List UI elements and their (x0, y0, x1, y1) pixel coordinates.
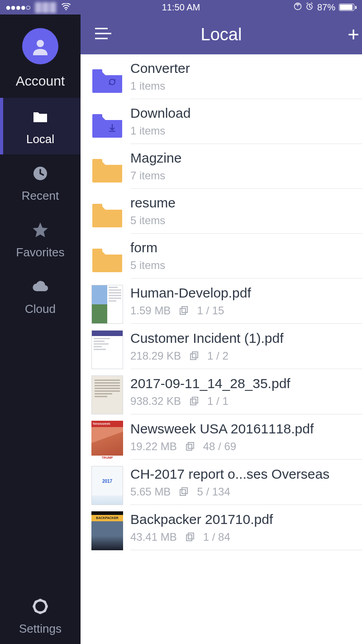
sidebar-item-label: Favorites (0, 245, 81, 260)
svg-point-3 (37, 40, 44, 47)
svg-rect-13 (186, 444, 192, 450)
file-row[interactable]: Customer Incident (1).pdf218.29 KB1 / 2 (81, 324, 362, 369)
file-row[interactable]: 2017-09-11_14_28_35.pdf938.32 KB1 / 1 (81, 369, 362, 414)
svg-point-0 (65, 9, 67, 10)
file-name: Backpacker 201710.pdf (130, 512, 358, 527)
pages-icon (189, 395, 199, 408)
folder-row[interactable]: resume5 items (81, 189, 362, 234)
sidebar-item-label: Recent (0, 189, 81, 203)
account-label: Account (0, 73, 81, 89)
status-time: 11:50 AM (162, 2, 200, 13)
sidebar-item-favorites[interactable]: Favorites (0, 211, 81, 268)
folder-subtitle: 5 items (130, 259, 358, 272)
file-thumbnail (91, 330, 123, 369)
folder-row[interactable]: form5 items (81, 234, 362, 279)
battery-icon (339, 4, 357, 11)
file-row[interactable]: NewsweekTRUMPNewsweek USA 20161118.pdf19… (81, 414, 362, 460)
file-size: 938.32 KB (130, 395, 181, 408)
menu-button[interactable] (94, 27, 112, 42)
battery-pct: 87% (317, 2, 335, 13)
folder-icon (91, 157, 123, 183)
file-pages: 1 / 1 (207, 395, 229, 408)
folder-row[interactable]: Magzine7 items (81, 144, 362, 189)
sidebar-account[interactable]: Account (0, 14, 81, 98)
folder-name: Magzine (130, 150, 358, 166)
svg-rect-9 (191, 354, 196, 360)
file-list[interactable]: Converter1 itemsDownload1 itemsMagzine7 … (81, 54, 362, 644)
file-name: 2017-09-11_14_28_35.pdf (130, 376, 358, 391)
svg-rect-11 (191, 399, 196, 405)
folder-name: resume (130, 195, 358, 211)
file-size: 43.41 MB (130, 531, 177, 543)
folder-row[interactable]: Converter1 items (81, 54, 362, 99)
file-size: 5.65 MB (130, 485, 171, 498)
svg-rect-10 (192, 352, 198, 358)
pages-icon (185, 440, 195, 453)
file-size: 1.59 MB (130, 304, 171, 317)
file-pages: 48 / 69 (203, 440, 236, 453)
pages-icon (179, 485, 189, 498)
sidebar-item-cloud[interactable]: Cloud (0, 268, 81, 324)
folder-name: Download (130, 106, 358, 121)
alarm-icon (305, 2, 314, 13)
pages-icon (185, 531, 195, 543)
sidebar-item-label: Local (0, 132, 81, 146)
file-row[interactable]: 2017CH-2017 report o...ses Overseas5.65 … (81, 460, 362, 505)
svg-rect-18 (188, 533, 194, 539)
file-pages: 1 / 15 (197, 304, 224, 317)
svg-point-6 (38, 604, 43, 609)
file-size: 218.29 KB (130, 350, 181, 362)
file-pages: 5 / 134 (197, 485, 230, 498)
folder-subtitle: 1 items (130, 125, 358, 137)
wifi-icon (62, 2, 71, 13)
gear-icon (31, 597, 49, 615)
pages-icon (189, 350, 199, 362)
file-row[interactable]: BACKPACKERBackpacker 201710.pdf43.41 MB1… (81, 505, 362, 550)
status-bar: ●●●●○ ███ 11:50 AM 87% (0, 0, 362, 14)
svg-rect-7 (180, 308, 186, 314)
file-thumbnail (91, 375, 123, 414)
file-name: Human-Develop.pdf (130, 285, 358, 301)
file-name: CH-2017 report o...ses Overseas (130, 466, 358, 482)
star-icon (31, 221, 49, 239)
carrier-blurred: ███ (35, 2, 57, 13)
file-name: Customer Incident (1).pdf (130, 331, 358, 346)
add-button[interactable]: + (348, 23, 359, 46)
folder-icon (91, 67, 123, 93)
pages-icon (179, 304, 189, 317)
rotation-lock-icon (294, 2, 302, 13)
folder-name: Converter (130, 61, 358, 76)
svg-rect-15 (180, 490, 186, 495)
page-title: Local (81, 25, 362, 44)
folder-icon (91, 202, 123, 227)
topbar: Local + (81, 14, 362, 54)
folder-subtitle: 7 items (130, 169, 358, 182)
file-thumbnail (91, 285, 123, 324)
svg-rect-16 (182, 488, 187, 494)
sidebar-item-local[interactable]: Local (0, 98, 81, 154)
svg-rect-8 (182, 307, 187, 312)
clock-icon (31, 164, 49, 183)
file-pages: 1 / 84 (203, 531, 230, 543)
main-area: Local + Converter1 itemsDownload1 itemsM… (81, 14, 362, 644)
sidebar-item-label: Cloud (0, 302, 81, 316)
file-pages: 1 / 2 (207, 350, 229, 362)
folder-row[interactable]: Download1 items (81, 99, 362, 144)
file-thumbnail: NewsweekTRUMP (91, 421, 123, 460)
sidebar-item-settings[interactable]: Settings (0, 587, 81, 644)
cloud-icon (31, 278, 49, 296)
file-thumbnail: 2017 (91, 466, 123, 505)
folder-name: form (130, 240, 358, 255)
svg-rect-17 (186, 535, 192, 541)
folder-subtitle: 1 items (130, 80, 358, 92)
file-thumbnail: BACKPACKER (91, 511, 123, 550)
avatar-icon (22, 28, 58, 64)
signal-dots-icon: ●●●●○ (5, 2, 30, 13)
svg-rect-14 (188, 442, 194, 448)
sidebar-item-recent[interactable]: Recent (0, 154, 81, 211)
folder-icon (91, 112, 123, 138)
svg-rect-12 (192, 397, 198, 403)
file-row[interactable]: Human-Develop.pdf1.59 MB1 / 15 (81, 279, 362, 324)
folder-icon (31, 108, 49, 126)
file-name: Newsweek USA 20161118.pdf (130, 421, 358, 437)
